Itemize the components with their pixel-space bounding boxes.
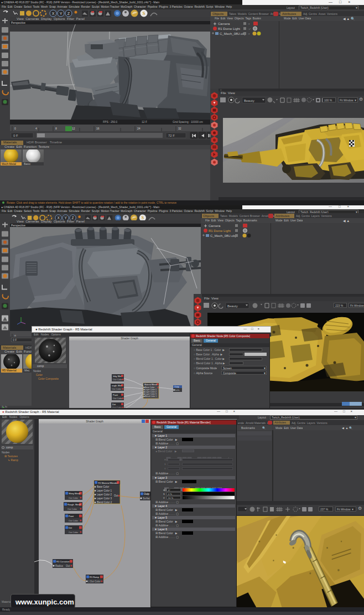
svg-text:Layer Color 2: Layer Color 2 bbox=[97, 493, 112, 496]
svg-text:| Out Color: | Out Color bbox=[89, 580, 101, 583]
svg-text:24: 24 bbox=[137, 127, 141, 130]
svg-text:Camera: Camera bbox=[209, 224, 221, 228]
svg-text:4: 4 bbox=[35, 127, 37, 130]
svg-text:12: 12 bbox=[72, 127, 75, 130]
svg-text::✓: :✓ bbox=[248, 27, 251, 30]
svg-text:Base Color: Base Color bbox=[97, 485, 110, 488]
svg-text:0: 0 bbox=[14, 127, 16, 130]
svg-text:Out: Out bbox=[114, 494, 118, 497]
svg-text:Out Color: Out Color bbox=[113, 397, 123, 400]
svg-text:R1 Dome Light: R1 Dome Light bbox=[209, 229, 231, 232]
svg-text:R1 Curvature: R1 Curvature bbox=[56, 560, 70, 563]
svg-text:Out Color: Out Color bbox=[113, 378, 123, 381]
svg-text:0 F: 0 F bbox=[13, 134, 18, 137]
svg-text:Y: Y bbox=[60, 12, 63, 15]
svg-text:S: S bbox=[142, 215, 144, 220]
svg-text:R1 Dome Light: R1 Dome Light bbox=[218, 27, 240, 30]
svg-text:Z: Z bbox=[67, 12, 70, 15]
svg-text:Blend Color 1: Blend Color 1 bbox=[145, 395, 157, 397]
svg-text:Paint: Paint bbox=[69, 515, 74, 518]
svg-text:Inby Met: Inby Met bbox=[113, 375, 122, 378]
svg-text:Blend Color 2: Blend Color 2 bbox=[97, 501, 112, 504]
svg-text:72 F: 72 F bbox=[168, 134, 175, 137]
svg-text:Outp: Outp bbox=[144, 493, 149, 495]
svg-text:Dirt: Dirt bbox=[69, 526, 72, 529]
svg-text:R1 Material Blender: R1 Material Blender bbox=[98, 482, 118, 484]
svg-text:Layer Color 3: Layer Color 3 bbox=[97, 497, 112, 500]
svg-text::•: :• bbox=[248, 32, 249, 35]
svg-text:Layer Color 1: Layer Color 1 bbox=[97, 489, 112, 492]
svg-text:Surfa: Surfa bbox=[174, 389, 180, 391]
svg-text::•: :• bbox=[248, 22, 249, 25]
svg-text:ough. Met: ough. Met bbox=[112, 384, 122, 387]
svg-text:16: 16 bbox=[96, 127, 100, 130]
svg-text:Beauty: Beauty bbox=[227, 304, 238, 308]
svg-text:Radius: Radius bbox=[55, 565, 64, 567]
svg-text:Z: Z bbox=[72, 216, 74, 220]
svg-text:Out Color: Out Color bbox=[67, 508, 77, 510]
svg-text:X: X bbox=[52, 12, 55, 15]
svg-text:C_Mech_08U.obj: C_Mech_08U.obj bbox=[210, 234, 236, 237]
svg-text:Out Color: Out Color bbox=[69, 519, 79, 522]
svg-text:Out Color: Out Color bbox=[69, 531, 79, 534]
svg-text:32: 32 bbox=[178, 127, 181, 130]
svg-text:Shiny Metal: Shiny Metal bbox=[69, 492, 80, 495]
svg-text:Out: Out bbox=[66, 565, 70, 567]
svg-text:Out Color: Out Color bbox=[69, 497, 79, 499]
svg-text:Camera: Camera bbox=[218, 22, 230, 25]
svg-text:Beauty: Beauty bbox=[244, 99, 254, 102]
svg-text:Material Blend: Material Blend bbox=[144, 384, 157, 386]
svg-text:Outp: Outp bbox=[174, 385, 179, 388]
svg-text:Out Color: Out Color bbox=[112, 387, 122, 390]
svg-text:C_Mech_08U.obj: C_Mech_08U.obj bbox=[220, 32, 245, 35]
svg-text:8: 8 bbox=[55, 127, 57, 130]
svg-text:Y: Y bbox=[64, 216, 67, 220]
svg-text:S: S bbox=[142, 11, 145, 16]
svg-text:R1 Ramp: R1 Ramp bbox=[90, 576, 100, 578]
svg-text:Surfac: Surfac bbox=[143, 497, 150, 500]
svg-text:Paint: Paint bbox=[113, 394, 118, 396]
svg-text:Dirt: Dirt bbox=[112, 403, 116, 406]
svg-text:X: X bbox=[57, 216, 60, 220]
svg-text:Rough. Metal: Rough. Metal bbox=[67, 503, 81, 506]
